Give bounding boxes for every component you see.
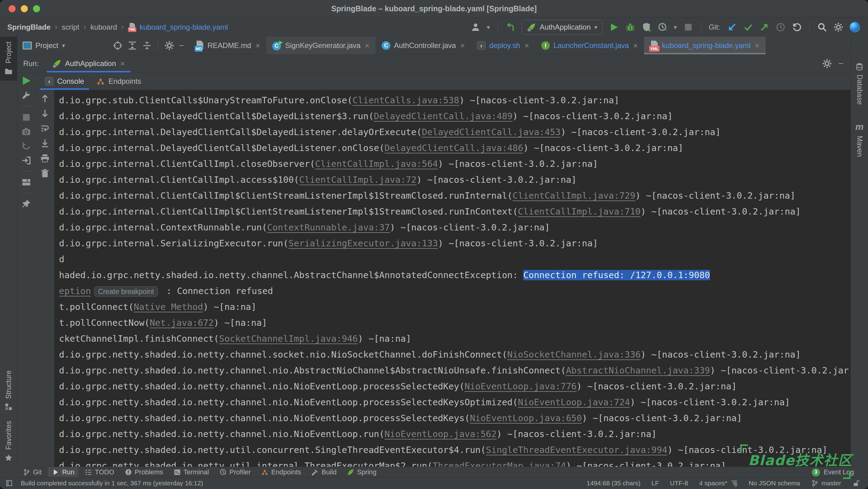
sidebar-item-database[interactable]: Database [855, 37, 864, 110]
status-master[interactable]: master [811, 480, 841, 487]
coverage-button[interactable] [642, 22, 651, 32]
soft-wrap-icon[interactable] [40, 123, 50, 133]
toolwindow-button-endpoints[interactable]: Endpoints [257, 467, 305, 478]
close-icon[interactable]: × [755, 41, 760, 51]
chevron-down-icon[interactable]: ▾ [674, 24, 677, 31]
editor-tab-signkeygenerator-java[interactable]: C▶SignKeyGenerator.java× [266, 37, 376, 54]
stack-link[interactable]: ClientCalls.java:538 [352, 95, 459, 105]
toolwindow-button-todo[interactable]: TODO [81, 467, 118, 478]
push-button[interactable] [760, 22, 769, 32]
stack-link[interactable]: ContextRunnable.java:37 [267, 222, 390, 233]
stack-link[interactable]: SerializingExecutor.java:133 [288, 238, 438, 248]
editor-tab-deploy-sh[interactable]: ›deploy.sh× [471, 37, 535, 54]
stack-link[interactable]: DelayedClientCall.java:453 [422, 127, 561, 137]
user-icon[interactable] [471, 22, 480, 32]
tab-console[interactable]: › Console [40, 73, 89, 90]
toolwindow-button-build[interactable]: Build [307, 467, 340, 478]
exit-icon[interactable] [21, 156, 31, 165]
gradient-sphere-icon[interactable] [850, 22, 860, 32]
toolwindow-button-run[interactable]: Run [48, 467, 78, 478]
run-tab-authapplication[interactable]: AuthApplication × [47, 55, 130, 72]
breadcrumb-item[interactable]: script [62, 23, 79, 31]
status-lf[interactable]: LF [652, 480, 659, 487]
print-icon[interactable] [40, 153, 50, 163]
scroll-down-icon[interactable] [40, 109, 50, 118]
stack-link[interactable]: NioEventLoop.java:776 [465, 381, 577, 392]
run-panel-settings-icon[interactable] [822, 59, 832, 68]
green-arrow-icon[interactable] [505, 22, 515, 32]
stack-link[interactable]: DelayedClientCall.java:489 [374, 111, 513, 121]
layout-icon[interactable] [21, 177, 31, 187]
stack-link[interactable]: ClientCallImpl.java:564 [315, 159, 438, 169]
console-output[interactable]: d.io.grpc.stub.ClientCalls$UnaryStreamTo… [54, 90, 851, 467]
breadcrumb-file[interactable]: YMLkuboard_spring-blade.yaml [128, 22, 228, 32]
close-icon[interactable]: × [524, 41, 529, 51]
gear-icon[interactable] [164, 41, 174, 51]
expand-all-icon[interactable] [127, 41, 137, 51]
breadcrumb-item[interactable]: SpringBlade [7, 23, 51, 31]
stack-link[interactable]: Net.java:672 [150, 317, 214, 328]
restore-windows-icon[interactable] [5, 480, 13, 487]
stack-link[interactable]: ClientCallImpl.java:710 [518, 206, 641, 217]
sidebar-item-favorites[interactable]: Favorites [4, 416, 13, 467]
hide-icon[interactable]: − [179, 41, 184, 51]
rollback-button[interactable] [792, 22, 802, 32]
minimize-window-button[interactable] [21, 5, 28, 12]
editor-tab-readme-md[interactable]: MDREADME.md× [189, 37, 266, 54]
close-icon[interactable]: × [460, 41, 465, 51]
toolwindow-button-problems[interactable]: Problems [121, 467, 167, 478]
vcs-update-button[interactable] [727, 22, 737, 32]
scroll-up-icon[interactable] [40, 94, 50, 103]
rerun-button[interactable] [21, 75, 32, 86]
commit-button[interactable] [743, 22, 753, 32]
locate-icon[interactable] [113, 41, 123, 51]
stack-link[interactable]: NioEventLoop.java:650 [470, 413, 582, 423]
status-no-json-schema[interactable]: No JSON schema [749, 480, 800, 487]
toolwindow-button-spring[interactable]: Spring [343, 467, 380, 478]
stack-link[interactable]: DelayedClientCall.java:486 [384, 143, 523, 153]
close-icon[interactable]: × [255, 41, 260, 51]
status-utf-8[interactable]: UTF-8 [670, 480, 688, 487]
stack-link[interactable]: eption [59, 286, 91, 296]
edit-configuration-icon[interactable] [21, 91, 31, 100]
toolwindow-button-terminal[interactable]: Terminal [169, 467, 213, 478]
editor-tab-kuboard-spring-blade-yaml[interactable]: YMLkuboard_spring-blade.yaml× [644, 37, 766, 54]
pin-icon[interactable] [21, 199, 31, 209]
settings-gear-icon[interactable] [834, 22, 843, 32]
restart-icon[interactable] [21, 141, 31, 151]
debug-button[interactable] [625, 22, 635, 32]
editor-tab-launcherconstant-java[interactable]: ILauncherConstant.java× [535, 37, 644, 54]
stop-button[interactable] [683, 22, 693, 32]
event-log[interactable]: 3 Event Log [812, 468, 868, 477]
stop-button[interactable] [21, 113, 31, 122]
close-window-button[interactable] [8, 5, 16, 12]
stack-link[interactable]: ThreadExecutorMap.java:74 [432, 461, 566, 467]
chevron-down-icon[interactable]: ▾ [62, 42, 65, 49]
stack-link[interactable]: NioEventLoop.java:724 [518, 397, 630, 407]
stack-link[interactable]: ClientCallImpl.java:729 [513, 190, 636, 201]
project-panel-title[interactable]: Project [35, 41, 58, 50]
stack-link[interactable]: SocketChannelImpl.java:946 [219, 333, 358, 344]
run-configuration-select[interactable]: AuthApplication ▾ [522, 20, 603, 34]
close-icon[interactable]: × [365, 41, 370, 51]
toolwindow-button-profiler[interactable]: Profiler [215, 467, 255, 478]
hide-panel-icon[interactable]: − [838, 58, 843, 69]
stack-link[interactable]: Native Method [133, 302, 203, 312]
close-icon[interactable]: × [120, 59, 125, 68]
stack-link[interactable]: NioEventLoop.java:562 [384, 429, 497, 439]
maximize-window-button[interactable] [33, 5, 40, 12]
close-icon[interactable]: × [633, 41, 638, 51]
history-button[interactable] [776, 22, 785, 32]
thread-dump-icon[interactable] [21, 127, 31, 136]
sidebar-item-project[interactable]: Project [0, 37, 17, 81]
chevron-down-icon[interactable]: ▾ [487, 24, 490, 31]
stack-link[interactable]: NioSocketChannel.java:336 [507, 349, 641, 360]
stack-link[interactable]: ClientCallImpl.java:72 [299, 175, 416, 185]
create-breakpoint-button[interactable]: Create breakpoint [94, 286, 158, 297]
collapse-all-icon[interactable] [142, 41, 152, 51]
clear-console-icon[interactable] [40, 169, 50, 178]
stack-link[interactable]: SingleThreadEventExecutor.java:994 [486, 445, 668, 455]
toolwindow-button-git[interactable]: Git [19, 467, 45, 478]
run-button[interactable] [609, 22, 619, 32]
sidebar-item-structure[interactable]: Structure [4, 366, 13, 416]
